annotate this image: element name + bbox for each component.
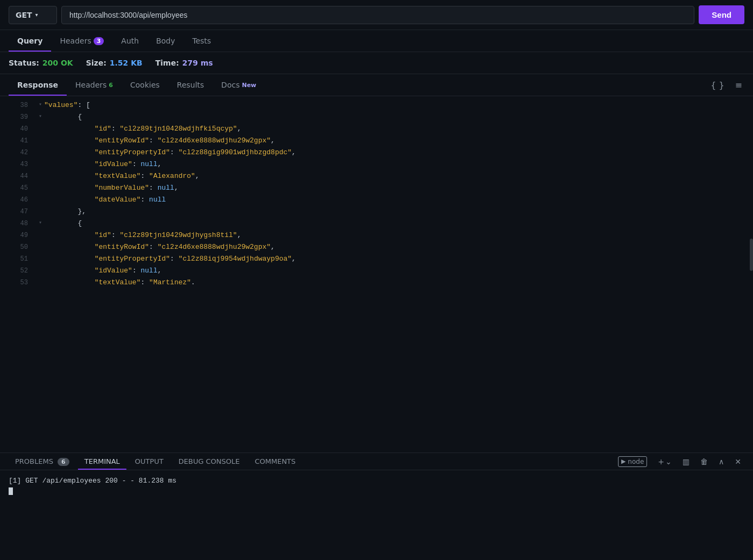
- response-tab-actions: { } ≡: [708, 78, 744, 92]
- line-num-47: 47: [9, 207, 28, 216]
- line-num-52: 52: [9, 267, 28, 275]
- line-num-38: 38: [9, 101, 28, 109]
- send-button[interactable]: Send: [699, 5, 744, 24]
- response-tab-results[interactable]: Results: [168, 74, 213, 96]
- terminal-run-icon: ▶: [621, 458, 626, 465]
- split-icon: ▥: [683, 457, 690, 466]
- format-json-icon[interactable]: { }: [708, 78, 726, 92]
- line-num-51: 51: [9, 255, 28, 263]
- tab-body[interactable]: Body: [147, 30, 183, 52]
- terminal-tab-terminal[interactable]: TERMINAL: [78, 453, 126, 470]
- line-num-42: 42: [9, 148, 28, 156]
- code-panel[interactable]: 38 ▾ "values": [ 39 ▾ { 40 ▾ "id": "cl2z…: [0, 96, 753, 453]
- line-num-40: 40: [9, 125, 28, 133]
- terminal-content: [1] GET /api/employees 200 - - 81.238 ms: [0, 470, 753, 560]
- terminal-tab-problems[interactable]: PROBLEMS 6: [9, 453, 76, 470]
- time-value: 279 ms: [182, 59, 213, 67]
- code-line-38: 38 ▾ "values": [: [0, 100, 753, 112]
- time-item: Time: 279 ms: [155, 59, 213, 67]
- line-num-53: 53: [9, 278, 28, 286]
- terminal-tab-debug[interactable]: DEBUG CONSOLE: [172, 453, 246, 470]
- code-line-44: 44 ▾ "textValue": "Alexandro",: [0, 171, 753, 183]
- response-tab-docs[interactable]: Docs New: [212, 74, 265, 96]
- fold-icon-39[interactable]: ▾: [39, 113, 42, 119]
- line-num-50: 50: [9, 243, 28, 251]
- status-label: Status:: [9, 59, 39, 67]
- terminal-cursor-line: [9, 487, 744, 495]
- response-headers-badge: 6: [109, 82, 113, 89]
- fold-icon-48[interactable]: ▾: [39, 219, 42, 226]
- trash-icon: 🗑: [700, 457, 708, 466]
- response-tab-cookies[interactable]: Cookies: [122, 74, 168, 96]
- time-label: Time:: [155, 59, 179, 67]
- terminal-tab-comments[interactable]: COMMENTS: [248, 453, 302, 470]
- code-line-50: 50 ▾ "entityRowId": "cl2z4d6xe8888wdjhu2…: [0, 242, 753, 254]
- line-num-49: 49: [9, 231, 28, 239]
- code-line-52: 52 ▾ "idValue": null,: [0, 266, 753, 278]
- split-terminal-btn[interactable]: ▥: [679, 455, 693, 468]
- line-num-48: 48: [9, 219, 28, 227]
- code-line-51: 51 ▾ "entityPropertyId": "cl2z88iqj9954w…: [0, 254, 753, 266]
- url-bar: GET ▾ Send: [0, 0, 753, 30]
- problems-badge: 6: [58, 458, 69, 466]
- chevron-up-icon: ∧: [719, 457, 724, 466]
- terminal-line-1: [1] GET /api/employees 200 - - 81.238 ms: [9, 477, 744, 485]
- code-line-49: 49 ▾ "id": "cl2z89tjn10429wdjhygsh8til",: [0, 231, 753, 242]
- size-value: 1.52 KB: [110, 59, 143, 67]
- terminal-actions: ▶ node + ⌄ ▥ 🗑 ∧ ✕: [615, 454, 744, 469]
- tab-headers[interactable]: Headers 3: [51, 30, 112, 52]
- tab-tests[interactable]: Tests: [184, 30, 220, 52]
- fold-icon-38[interactable]: ▾: [39, 101, 42, 107]
- terminal-tab-output[interactable]: OUTPUT: [129, 453, 170, 470]
- response-tab-headers[interactable]: Headers 6: [67, 74, 122, 96]
- chevron-down-icon: ▾: [35, 12, 38, 18]
- terminal-node-label: node: [628, 458, 644, 465]
- response-tabs: Response Headers 6 Cookies Results Docs …: [0, 74, 753, 96]
- size-label: Size:: [86, 59, 106, 67]
- tab-auth[interactable]: Auth: [112, 30, 147, 52]
- line-num-43: 43: [9, 160, 28, 168]
- terminal-run-btn[interactable]: ▶ node: [615, 454, 650, 469]
- status-value: 200 OK: [42, 59, 73, 67]
- terminal-tabs: PROBLEMS 6 TERMINAL OUTPUT DEBUG CONSOLE…: [0, 453, 753, 470]
- response-tab-response[interactable]: Response: [9, 74, 67, 96]
- code-line-46: 46 ▾ "dateValue": null: [0, 195, 753, 207]
- delete-terminal-btn[interactable]: 🗑: [697, 455, 711, 468]
- code-line-45: 45 ▾ "numberValue": null,: [0, 183, 753, 195]
- line-num-44: 44: [9, 172, 28, 180]
- code-line-48: 48 ▾ {: [0, 219, 753, 231]
- line-num-46: 46: [9, 196, 28, 204]
- tab-query[interactable]: Query: [9, 30, 51, 52]
- collapse-terminal-btn[interactable]: ∧: [715, 455, 727, 468]
- close-terminal-btn[interactable]: ✕: [731, 455, 744, 468]
- code-line-42: 42 ▾ "entityPropertyId": "cl2z88gig9901w…: [0, 148, 753, 160]
- terminal-panel: PROBLEMS 6 TERMINAL OUTPUT DEBUG CONSOLE…: [0, 453, 753, 560]
- code-line-47: 47 ▾ },: [0, 207, 753, 219]
- size-item: Size: 1.52 KB: [86, 59, 143, 67]
- method-label: GET: [16, 11, 32, 19]
- code-line-39: 39 ▾ {: [0, 112, 753, 124]
- close-icon: ✕: [735, 457, 741, 466]
- url-input[interactable]: [61, 6, 694, 24]
- method-select[interactable]: GET ▾: [9, 6, 57, 24]
- status-item: Status: 200 OK: [9, 59, 73, 67]
- new-terminal-btn[interactable]: + ⌄: [655, 455, 674, 468]
- docs-new-badge: New: [242, 82, 257, 89]
- line-num-39: 39: [9, 113, 28, 121]
- code-line-41: 41 ▾ "entityRowId": "cl2z4d6xe8888wdjhu2…: [0, 136, 753, 148]
- terminal-cursor: [9, 487, 13, 495]
- headers-badge: 3: [94, 37, 104, 45]
- request-tabs: Query Headers 3 Auth Body Tests: [0, 30, 753, 52]
- code-line-43: 43 ▾ "idValue": null,: [0, 160, 753, 171]
- code-line-53: 53 ▾ "textValue": "Martinez".: [0, 278, 753, 290]
- line-num-45: 45: [9, 184, 28, 192]
- code-line-40: 40 ▾ "id": "cl2z89tjn10428wdjhfki5qcyp",: [0, 124, 753, 136]
- line-num-41: 41: [9, 137, 28, 145]
- status-bar: Status: 200 OK Size: 1.52 KB Time: 279 m…: [0, 52, 753, 74]
- scrollbar[interactable]: [750, 239, 753, 271]
- expand-icon[interactable]: ≡: [733, 78, 744, 92]
